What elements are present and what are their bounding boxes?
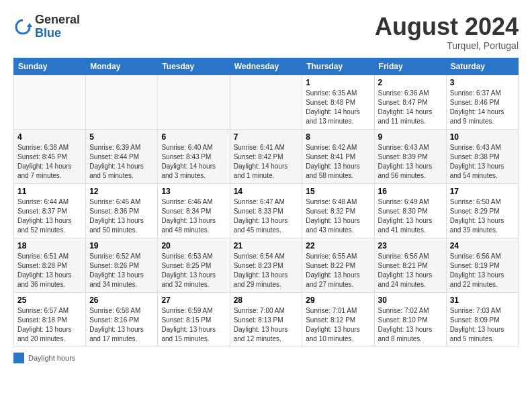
day-number: 22 xyxy=(306,241,370,250)
calendar-week-row: 4Sunrise: 6:38 AM Sunset: 8:45 PM Daylig… xyxy=(14,129,519,183)
calendar-cell: 26Sunrise: 6:58 AM Sunset: 8:16 PM Dayli… xyxy=(86,292,158,347)
day-info: Sunrise: 6:53 AM Sunset: 8:25 PM Dayligh… xyxy=(161,252,226,289)
location: Turquel, Portugal xyxy=(375,40,519,51)
calendar-cell: 8Sunrise: 6:42 AM Sunset: 8:41 PM Daylig… xyxy=(302,129,374,183)
calendar-cell: 25Sunrise: 6:57 AM Sunset: 8:18 PM Dayli… xyxy=(14,292,86,347)
day-number: 1 xyxy=(306,78,370,87)
day-number: 13 xyxy=(161,187,226,196)
day-info: Sunrise: 6:37 AM Sunset: 8:46 PM Dayligh… xyxy=(450,89,515,126)
calendar-cell: 24Sunrise: 6:56 AM Sunset: 8:19 PM Dayli… xyxy=(446,238,518,292)
day-info: Sunrise: 6:51 AM Sunset: 8:28 PM Dayligh… xyxy=(17,252,82,289)
calendar-cell xyxy=(14,75,86,129)
day-info: Sunrise: 6:43 AM Sunset: 8:39 PM Dayligh… xyxy=(378,143,443,181)
day-number: 2 xyxy=(378,78,443,87)
day-number: 28 xyxy=(234,295,299,305)
day-number: 27 xyxy=(161,295,226,305)
logo-icon xyxy=(13,17,32,36)
calendar-cell: 29Sunrise: 7:01 AM Sunset: 8:12 PM Dayli… xyxy=(302,292,374,347)
calendar-day-header: Friday xyxy=(374,58,446,75)
day-info: Sunrise: 6:48 AM Sunset: 8:32 PM Dayligh… xyxy=(306,197,370,235)
calendar-cell: 13Sunrise: 6:46 AM Sunset: 8:34 PM Dayli… xyxy=(158,183,230,238)
day-info: Sunrise: 6:47 AM Sunset: 8:33 PM Dayligh… xyxy=(234,197,299,235)
day-info: Sunrise: 7:03 AM Sunset: 8:09 PM Dayligh… xyxy=(450,306,515,344)
day-number: 8 xyxy=(306,132,370,142)
title-area: August 2024 Turquel, Portugal xyxy=(375,13,519,51)
calendar-cell: 5Sunrise: 6:39 AM Sunset: 8:44 PM Daylig… xyxy=(86,129,158,183)
day-info: Sunrise: 6:41 AM Sunset: 8:42 PM Dayligh… xyxy=(234,143,299,181)
day-number: 12 xyxy=(89,187,154,196)
calendar-cell: 28Sunrise: 7:00 AM Sunset: 8:13 PM Dayli… xyxy=(230,292,302,347)
calendar-day-header: Wednesday xyxy=(230,58,302,75)
calendar-cell: 27Sunrise: 6:59 AM Sunset: 8:15 PM Dayli… xyxy=(158,292,230,347)
day-number: 4 xyxy=(17,132,82,142)
day-number: 17 xyxy=(450,187,515,196)
day-number: 11 xyxy=(17,187,82,196)
calendar-cell: 20Sunrise: 6:53 AM Sunset: 8:25 PM Dayli… xyxy=(158,238,230,292)
calendar-week-row: 25Sunrise: 6:57 AM Sunset: 8:18 PM Dayli… xyxy=(14,292,519,347)
day-number: 7 xyxy=(234,132,299,142)
calendar-cell: 1Sunrise: 6:35 AM Sunset: 8:48 PM Daylig… xyxy=(302,75,374,129)
legend: Daylight hours xyxy=(13,353,519,363)
day-info: Sunrise: 6:57 AM Sunset: 8:18 PM Dayligh… xyxy=(17,306,82,344)
svg-marker-0 xyxy=(27,23,32,27)
day-info: Sunrise: 6:52 AM Sunset: 8:26 PM Dayligh… xyxy=(89,252,154,289)
calendar-body: 1Sunrise: 6:35 AM Sunset: 8:48 PM Daylig… xyxy=(14,75,519,347)
day-number: 6 xyxy=(161,132,226,142)
day-info: Sunrise: 6:46 AM Sunset: 8:34 PM Dayligh… xyxy=(161,197,226,235)
calendar-cell: 17Sunrise: 6:50 AM Sunset: 8:29 PM Dayli… xyxy=(446,183,518,238)
calendar-cell: 15Sunrise: 6:48 AM Sunset: 8:32 PM Dayli… xyxy=(302,183,374,238)
day-number: 24 xyxy=(450,241,515,250)
day-info: Sunrise: 7:02 AM Sunset: 8:10 PM Dayligh… xyxy=(378,306,443,344)
calendar-cell: 9Sunrise: 6:43 AM Sunset: 8:39 PM Daylig… xyxy=(374,129,446,183)
day-info: Sunrise: 6:55 AM Sunset: 8:22 PM Dayligh… xyxy=(306,252,370,289)
calendar-cell xyxy=(230,75,302,129)
calendar-day-header: Saturday xyxy=(446,58,518,75)
calendar-cell: 3Sunrise: 6:37 AM Sunset: 8:46 PM Daylig… xyxy=(446,75,518,129)
day-number: 9 xyxy=(378,132,443,142)
day-number: 31 xyxy=(450,295,515,305)
day-info: Sunrise: 6:45 AM Sunset: 8:36 PM Dayligh… xyxy=(89,197,154,235)
calendar-cell: 2Sunrise: 6:36 AM Sunset: 8:47 PM Daylig… xyxy=(374,75,446,129)
calendar-cell: 4Sunrise: 6:38 AM Sunset: 8:45 PM Daylig… xyxy=(14,129,86,183)
day-number: 29 xyxy=(306,295,370,305)
day-number: 25 xyxy=(17,295,82,305)
day-info: Sunrise: 6:56 AM Sunset: 8:21 PM Dayligh… xyxy=(378,252,443,289)
day-number: 3 xyxy=(450,78,515,87)
calendar-cell: 30Sunrise: 7:02 AM Sunset: 8:10 PM Dayli… xyxy=(374,292,446,347)
calendar-cell: 23Sunrise: 6:56 AM Sunset: 8:21 PM Dayli… xyxy=(374,238,446,292)
day-number: 19 xyxy=(89,241,154,250)
day-number: 16 xyxy=(378,187,443,196)
day-number: 23 xyxy=(378,241,443,250)
legend-box xyxy=(13,353,24,363)
day-info: Sunrise: 6:36 AM Sunset: 8:47 PM Dayligh… xyxy=(378,89,443,126)
calendar-cell: 16Sunrise: 6:49 AM Sunset: 8:30 PM Dayli… xyxy=(374,183,446,238)
calendar-header-row: SundayMondayTuesdayWednesdayThursdayFrid… xyxy=(14,58,519,75)
day-number: 21 xyxy=(234,241,299,250)
calendar-cell xyxy=(86,75,158,129)
day-info: Sunrise: 7:00 AM Sunset: 8:13 PM Dayligh… xyxy=(234,306,299,344)
day-number: 18 xyxy=(17,241,82,250)
day-info: Sunrise: 6:35 AM Sunset: 8:48 PM Dayligh… xyxy=(306,89,370,126)
calendar-cell: 10Sunrise: 6:43 AM Sunset: 8:38 PM Dayli… xyxy=(446,129,518,183)
day-info: Sunrise: 6:58 AM Sunset: 8:16 PM Dayligh… xyxy=(89,306,154,344)
calendar-week-row: 11Sunrise: 6:44 AM Sunset: 8:37 PM Dayli… xyxy=(14,183,519,238)
day-number: 5 xyxy=(89,132,154,142)
day-info: Sunrise: 6:44 AM Sunset: 8:37 PM Dayligh… xyxy=(17,197,82,235)
day-info: Sunrise: 6:54 AM Sunset: 8:23 PM Dayligh… xyxy=(234,252,299,289)
calendar-day-header: Thursday xyxy=(302,58,374,75)
calendar: SundayMondayTuesdayWednesdayThursdayFrid… xyxy=(13,58,519,347)
calendar-cell: 31Sunrise: 7:03 AM Sunset: 8:09 PM Dayli… xyxy=(446,292,518,347)
logo: General Blue xyxy=(13,13,80,40)
calendar-cell: 22Sunrise: 6:55 AM Sunset: 8:22 PM Dayli… xyxy=(302,238,374,292)
day-info: Sunrise: 6:49 AM Sunset: 8:30 PM Dayligh… xyxy=(378,197,443,235)
day-info: Sunrise: 6:59 AM Sunset: 8:15 PM Dayligh… xyxy=(161,306,226,344)
calendar-cell: 14Sunrise: 6:47 AM Sunset: 8:33 PM Dayli… xyxy=(230,183,302,238)
day-info: Sunrise: 6:56 AM Sunset: 8:19 PM Dayligh… xyxy=(450,252,515,289)
calendar-week-row: 1Sunrise: 6:35 AM Sunset: 8:48 PM Daylig… xyxy=(14,75,519,129)
calendar-cell: 12Sunrise: 6:45 AM Sunset: 8:36 PM Dayli… xyxy=(86,183,158,238)
month-year: August 2024 xyxy=(375,13,519,40)
calendar-cell: 18Sunrise: 6:51 AM Sunset: 8:28 PM Dayli… xyxy=(14,238,86,292)
calendar-day-header: Monday xyxy=(86,58,158,75)
day-info: Sunrise: 6:43 AM Sunset: 8:38 PM Dayligh… xyxy=(450,143,515,181)
day-info: Sunrise: 7:01 AM Sunset: 8:12 PM Dayligh… xyxy=(306,306,370,344)
